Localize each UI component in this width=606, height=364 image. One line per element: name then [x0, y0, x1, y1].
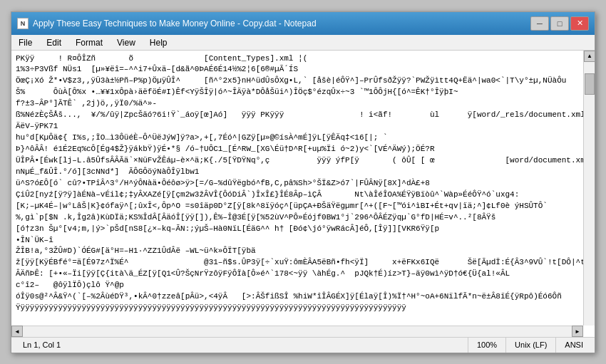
scroll-up-button[interactable]: ▲ — [584, 51, 595, 62]
line-ending: Unix (LF) — [515, 340, 547, 349]
maximize-button[interactable]: □ — [550, 16, 569, 31]
encoding: ANSI — [565, 340, 583, 349]
content-area: PKÿÿ ! R¤ÔÎZñ õ [Content_Types].xml ¦( 1… — [11, 51, 595, 337]
menu-format[interactable]: Format — [68, 36, 110, 48]
menu-view[interactable]: View — [110, 36, 143, 48]
window-controls: ─ □ ✕ — [530, 16, 589, 31]
text-editor[interactable]: PKÿÿ ! R¤ÔÎZñ õ [Content_Types].xml ¦( 1… — [11, 51, 595, 337]
minimize-button[interactable]: ─ — [530, 16, 549, 31]
menu-edit[interactable]: Edit — [39, 36, 68, 48]
app-icon: N — [17, 18, 29, 29]
status-encoding: ANSI — [556, 338, 592, 353]
scroll-thumb-vertical[interactable] — [585, 73, 595, 95]
horizontal-scrollbar[interactable]: ◄ ► — [11, 326, 583, 337]
status-zoom: 100% — [468, 338, 506, 353]
status-bar: Ln 1, Col 1 100% Unix (LF) ANSI — [11, 337, 595, 353]
cursor-position: Ln 1, Col 1 — [23, 340, 61, 349]
menu-bar: File Edit Format View Help — [11, 35, 595, 51]
vertical-scrollbar[interactable]: ▲ — [583, 51, 595, 326]
title-bar: N Apply These Easy Techniques to Make Mo… — [11, 12, 595, 35]
menu-help[interactable]: Help — [143, 36, 175, 48]
scroll-right-button[interactable]: ► — [572, 326, 583, 337]
menu-file[interactable]: File — [11, 36, 39, 48]
status-line-ending: Unix (LF) — [506, 338, 556, 353]
main-window: N Apply These Easy Techniques to Make Mo… — [11, 11, 595, 353]
window-title: Apply These Easy Techniques to Make Mone… — [33, 19, 317, 28]
title-bar-left: N Apply These Easy Techniques to Make Mo… — [17, 18, 317, 29]
scroll-left-button[interactable]: ◄ — [11, 326, 23, 337]
zoom-level: 100% — [477, 340, 497, 349]
close-button[interactable]: ✕ — [570, 16, 589, 31]
status-position: Ln 1, Col 1 — [14, 338, 468, 353]
